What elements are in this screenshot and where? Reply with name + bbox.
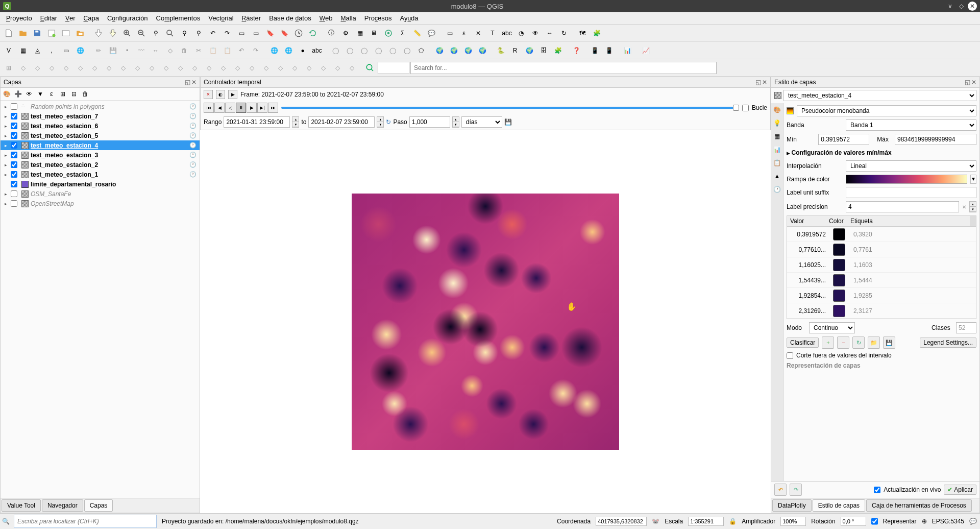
redo-style-icon[interactable]: ↷ <box>790 484 802 496</box>
add-mesh-icon[interactable]: ◬ <box>31 44 44 57</box>
nominatim-select[interactable] <box>378 62 409 74</box>
undo-icon[interactable]: ↶ <box>235 44 248 57</box>
crs-icon[interactable]: ⊕ <box>922 518 927 525</box>
snap7-icon[interactable]: ◇ <box>88 61 101 75</box>
menu-malla[interactable]: Malla <box>337 13 360 23</box>
zoom-full-icon[interactable] <box>163 27 177 40</box>
hist-tab-icon[interactable]: 📊 <box>773 145 782 154</box>
layer-item-0[interactable]: ▸∴Random points in polygons🕐 <box>1 102 200 111</box>
snap20-icon[interactable]: ◇ <box>274 61 287 75</box>
snap10-icon[interactable]: ◇ <box>131 61 144 75</box>
table-scrollbar[interactable] <box>970 216 976 226</box>
chart-icon[interactable]: 📈 <box>639 44 652 57</box>
legend-settings-button[interactable]: Legend Settings... <box>920 338 976 348</box>
zoom-next-icon[interactable]: ↷ <box>220 27 234 40</box>
db-browser-icon[interactable]: 🌍 <box>523 44 536 57</box>
invert-icon[interactable]: ↻ <box>852 336 865 349</box>
layer-item-4[interactable]: ▸test_meteo_estacion_4🕐 <box>1 140 200 150</box>
menu-editar[interactable]: Editar <box>36 13 61 23</box>
add-virtual-icon[interactable]: ▭ <box>59 44 72 57</box>
rotate-label-icon[interactable]: ↻ <box>557 27 571 40</box>
snap19-icon[interactable]: ◇ <box>259 61 273 75</box>
zoom-native-icon[interactable]: ⚲ <box>149 27 162 40</box>
undock-icon[interactable]: ◱ <box>185 79 190 86</box>
cut-icon[interactable]: ✂ <box>192 44 205 57</box>
mbt-icon[interactable]: abc <box>310 44 324 57</box>
snap18-icon[interactable]: ◇ <box>245 61 258 75</box>
class-row-1[interactable]: 0,77610...0,7761 <box>787 242 976 257</box>
geom-tool2-icon[interactable]: ◯ <box>343 44 356 57</box>
db-manager-icon[interactable]: 🗄 <box>537 44 550 57</box>
time-slider[interactable] <box>281 107 739 109</box>
layer-item-5[interactable]: ▸test_meteo_estacion_3🕐 <box>1 150 200 160</box>
layer-visibility-checkbox[interactable] <box>11 152 17 158</box>
bucle-checkbox[interactable] <box>742 105 749 111</box>
layer-visibility-checkbox[interactable] <box>11 171 17 178</box>
close-icon[interactable]: ✕ <box>968 2 977 11</box>
expand-icon[interactable]: ▸ <box>3 172 9 177</box>
snap11-icon[interactable]: ◇ <box>145 61 158 75</box>
menu-basedatos[interactable]: Base de datos <box>265 13 315 23</box>
georef2-icon[interactable]: 🌍 <box>447 44 460 57</box>
layer-item-3[interactable]: ▸test_meteo_estacion_5🕐 <box>1 131 200 140</box>
zoom-layer-icon[interactable]: ⚲ <box>192 27 205 40</box>
tab-estilo[interactable]: Estilo de capas <box>813 499 865 512</box>
diagram-icon[interactable]: ◔ <box>514 27 528 40</box>
snap4-icon[interactable]: ◇ <box>45 61 58 75</box>
move-feat-icon[interactable]: ↔ <box>149 44 162 57</box>
col-valor[interactable]: Valor <box>787 216 826 226</box>
layer-expr-icon[interactable]: ε <box>47 89 56 99</box>
snap13-icon[interactable]: ◇ <box>174 61 187 75</box>
search-input[interactable] <box>410 62 717 74</box>
zoom-out-icon[interactable] <box>135 27 148 40</box>
paso-down-icon[interactable]: ▼ <box>453 122 459 127</box>
temporal-off-icon[interactable]: ✕ <box>204 90 213 99</box>
precision-clear-icon[interactable]: ✕ <box>962 204 966 210</box>
delete-icon[interactable]: 🗑 <box>178 44 191 57</box>
pause-icon[interactable]: ⏸ <box>236 103 246 113</box>
elev-tab-icon[interactable]: ▲ <box>773 172 782 181</box>
end-up-icon[interactable]: ▲ <box>377 117 383 122</box>
layer-item-10[interactable]: ▸OpenStreetMap <box>1 199 200 208</box>
save-anim-icon[interactable]: 💾 <box>504 118 512 126</box>
lock-icon[interactable]: 🔒 <box>729 518 737 525</box>
min-input[interactable] <box>818 134 869 145</box>
layer-tree[interactable]: ▸∴Random points in polygons🕐▸test_meteo_… <box>1 101 200 498</box>
color-ramp[interactable] <box>846 175 967 184</box>
class-color-swatch[interactable] <box>833 290 845 302</box>
layer-visibility-checkbox[interactable] <box>11 123 17 129</box>
layer-visibility-checkbox[interactable] <box>11 181 17 187</box>
snap14-icon[interactable]: ◇ <box>188 61 201 75</box>
tab-dataplotly[interactable]: DataPlotly <box>772 499 812 512</box>
tab-navegador[interactable]: Navegador <box>42 499 83 512</box>
layer-item-8[interactable]: limite_departamental_rosario <box>1 179 200 189</box>
class-color-swatch[interactable] <box>833 259 845 271</box>
add-feature-icon[interactable]: • <box>120 44 134 57</box>
layer-visibility-checkbox[interactable] <box>11 113 17 119</box>
live-update-checkbox[interactable] <box>874 487 880 493</box>
tips-icon[interactable]: 💬 <box>425 27 438 40</box>
tab-caja[interactable]: Caja de herramientas de Procesos <box>866 499 972 512</box>
expand-icon[interactable]: ▸ <box>3 201 9 206</box>
temp-tab-icon[interactable]: 🕐 <box>773 185 782 194</box>
qfield-sync-icon[interactable]: 📱 <box>602 44 616 57</box>
field-calc-icon[interactable]: 🖩 <box>368 27 381 40</box>
layer-item-6[interactable]: ▸test_meteo_estacion_2🕐 <box>1 160 200 170</box>
layer-expand-icon[interactable]: ⊞ <box>58 89 67 99</box>
expand-icon[interactable]: ▸ <box>3 114 9 119</box>
snap21-icon[interactable]: ◇ <box>288 61 301 75</box>
georef-icon[interactable]: 🌍 <box>433 44 446 57</box>
undock-style-icon[interactable]: ◱ <box>965 79 970 86</box>
close-temporal-icon[interactable]: ✕ <box>762 79 767 86</box>
menu-capa[interactable]: Capa <box>80 13 103 23</box>
vertex-icon[interactable]: ◇ <box>163 44 177 57</box>
paso-up-icon[interactable]: ▲ <box>453 117 459 122</box>
layer-collapse-icon[interactable]: ⊟ <box>69 89 79 99</box>
zoom-last-icon[interactable]: ↶ <box>206 27 219 40</box>
pan-selection-icon[interactable] <box>106 27 119 40</box>
unit-select[interactable]: días <box>461 116 502 128</box>
zoom-in-icon[interactable] <box>120 27 134 40</box>
deselect-icon[interactable]: ✕ <box>472 27 485 40</box>
layer-filter-icon[interactable]: ▼ <box>36 89 45 99</box>
menu-web[interactable]: Web <box>315 13 337 23</box>
